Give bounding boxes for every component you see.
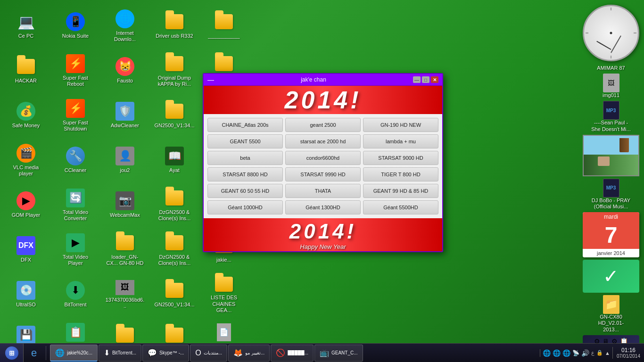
channel-btn-6[interactable]: beta	[207, 151, 283, 165]
sean-paul-label: ----Sean Paul - She Doesn't Mi...	[591, 120, 631, 132]
taskbar-item-geant[interactable]: 📺 GEANT_C...	[314, 345, 363, 362]
taskbar-item-bittorrent[interactable]: ⬇ BitTorrent...	[99, 345, 141, 362]
taskbar-icon-skype: 💬	[148, 348, 157, 357]
photo-widget	[583, 135, 639, 176]
icon-dzgn2500[interactable]: DzGN2500 & Clone(s) Ins...	[153, 184, 196, 226]
icon-driver-usb[interactable]: Driver usb R332	[153, 5, 196, 47]
icon-total-video-player[interactable]: ▶ Total Video Player	[54, 229, 97, 271]
icon-vlc-player[interactable]: 🎬 VLC media player	[5, 139, 47, 181]
icon-total-video-converter[interactable]: 🔄 Total Video Converter	[54, 184, 97, 226]
icon-gn2500-v1[interactable]: GN2500_V1:34...	[153, 94, 196, 137]
tray-icon-volume[interactable]: 🔊	[581, 349, 589, 357]
icon-safe-money[interactable]: 💰 Safe Money	[5, 94, 47, 137]
modal-banner-bottom: 2014! Happy New Year	[204, 218, 442, 251]
taskbar-label-skype: Skype™ -...	[159, 350, 184, 355]
channel-btn-1[interactable]: geant 2500	[285, 118, 361, 132]
tray-icon-network[interactable]: 📡	[572, 350, 579, 356]
taskbar-item-jakie[interactable]: 🌐 jakie%20c...	[50, 345, 98, 362]
tray-more[interactable]: ▲	[605, 350, 610, 356]
channel-btn-7[interactable]: condor6600hd	[285, 151, 361, 165]
icon-original-dump[interactable]: Original Dump kAPPA by Ri...	[153, 49, 196, 92]
icon-dzgn2500-2[interactable]: DzGN2500 & Clone(s) Ins...	[153, 229, 196, 271]
modal-channel-grid: CHAINE_Atlas 200s geant 2500 GN-190 HD N…	[204, 114, 442, 218]
channel-btn-15[interactable]: Géant 1000HD	[207, 200, 283, 214]
clock-tray[interactable]: 01:16 07/01/2014	[612, 347, 644, 359]
channel-btn-11[interactable]: TIGER T 800 HD	[363, 167, 438, 181]
icon-liste-chaines[interactable]: LISTE DES CHAINES GEA...	[203, 273, 245, 316]
tray-icon-3[interactable]: 🌐	[562, 349, 570, 357]
icon-super-fast-reboot[interactable]: ⚡ Super Fast Reboot	[54, 49, 97, 92]
ie-taskbar-icon[interactable]: e	[25, 344, 43, 362]
start-orb: ⊞	[5, 346, 18, 360]
channel-btn-10[interactable]: STARSAT 9990 HD	[285, 167, 361, 181]
icon-photo1[interactable]: 🖼 1374370036bd6...	[104, 273, 146, 316]
tray-icon-keyboard[interactable]: ع	[591, 350, 594, 356]
channel-btn-16[interactable]: Géant 1300HD	[285, 200, 361, 214]
icon-ccleaner[interactable]: 🔧 CCleaner	[54, 139, 97, 181]
icon-fausto[interactable]: 😸 Fausto	[104, 49, 146, 92]
minimize-button[interactable]: —	[413, 76, 421, 83]
icon-jou2[interactable]: 👤 jou2	[104, 139, 146, 181]
banner-subtitle: Happy New Year	[300, 243, 346, 250]
modal-title: jak'e chan	[301, 76, 326, 83]
channel-btn-8[interactable]: STARSAT 9000 HD	[363, 151, 438, 165]
channel-btn-12[interactable]: GEANT 60 50 55 HD	[207, 184, 283, 198]
icon-ayat[interactable]: 📖 Ayat	[153, 139, 196, 181]
icon-super-fast-shutdown[interactable]: ⚡ Super Fast Shutdown	[54, 94, 97, 137]
icon-folder-unnamed[interactable]: ___________	[203, 5, 245, 47]
taskbar-item-active-bar[interactable]: 🚫 █████...	[271, 345, 314, 362]
calendar-day-name: mardi	[583, 212, 639, 222]
icon-loader-gn[interactable]: loader_GN-CX... GN-80 HD	[104, 229, 146, 271]
channel-btn-14[interactable]: GEANT 99 HD & 85 HD	[363, 184, 438, 198]
gncx80-file[interactable]: 📁 GN-CX80 HD_V2.01-2013...	[583, 295, 639, 333]
icon-dfx[interactable]: DFX DFX	[5, 229, 47, 271]
taskbar-label-firefox: تغيير مو...	[245, 350, 264, 355]
channel-btn-9[interactable]: STARSAT 8800 HD	[207, 167, 283, 181]
system-tray: 🌐 🌐 🌐 📡 🔊 ع 🔒 ▲	[540, 349, 612, 357]
taskbar-item-opera[interactable]: O منتديات...	[190, 345, 227, 362]
channel-btn-13[interactable]: THATA	[285, 184, 361, 198]
taskbar-item-skype[interactable]: 💬 Skype™ -...	[142, 345, 189, 362]
taskbar: ⊞ e 🌐 jakie%20c... ⬇ BitTorrent... 💬 Sky…	[0, 343, 644, 362]
icon-gom-player[interactable]: ▶ GOM Player	[5, 184, 47, 226]
maximize-button[interactable]: □	[422, 76, 429, 83]
icon-adwcleaner[interactable]: 🛡️ AdwCleaner	[104, 94, 146, 137]
icon-ultraiso[interactable]: 💿 UltralSO	[5, 273, 47, 316]
taskbar-icon-opera: O	[195, 349, 201, 357]
icon-ce-pc[interactable]: 💻 Ce PC	[5, 5, 47, 47]
icon-bittorrent[interactable]: ⬇ BitTorrent	[54, 273, 97, 316]
taskbar-label-active: █████...	[288, 350, 308, 355]
close-button[interactable]: ✕	[431, 76, 438, 83]
sean-paul-mp3[interactable]: MP3 ----Sean Paul - She Doesn't Mi...	[583, 101, 639, 132]
channel-btn-4[interactable]: starsat ace 2000 hd	[285, 134, 361, 148]
channel-btn-17[interactable]: Géant 5500HD	[363, 200, 438, 214]
calendar-day-num: 7	[583, 222, 639, 249]
check-widget: ✓	[583, 260, 639, 293]
icon-gn2500-v134[interactable]: GN2500_V1:34...	[153, 273, 196, 316]
taskbar-separator	[46, 346, 46, 360]
dj-bobo-mp3[interactable]: MP3 DJ BoBo - PRAY (Official Musi...	[583, 179, 639, 210]
modal-titlebar: — jak'e chan — □ ✕	[204, 74, 442, 86]
channel-btn-3[interactable]: GEANT 5500	[207, 134, 283, 148]
channel-grid: CHAINE_Atlas 200s geant 2500 GN-190 HD N…	[207, 118, 438, 214]
tray-icon-2[interactable]: 🌐	[553, 349, 561, 357]
channel-btn-5[interactable]: lambda + mu	[363, 134, 438, 148]
dj-bobo-label: DJ BoBo - PRAY (Official Musi...	[591, 197, 631, 210]
taskbar-item-firefox[interactable]: 🦊 تغيير مو...	[228, 345, 270, 362]
clock-username-label: AMIMAR 87	[597, 65, 625, 71]
tray-icon-security[interactable]: 🔒	[596, 350, 603, 356]
taskbar-icon-firefox: 🦊	[233, 348, 243, 357]
icon-webcammax[interactable]: 📷 WebcamMax	[104, 184, 146, 226]
icon-nokia-suite[interactable]: 📱 Nokia Suite	[54, 5, 97, 47]
channel-btn-0[interactable]: CHAINE_Atlas 200s	[207, 118, 283, 132]
taskbar-label-jakie: jakie%20c...	[67, 350, 92, 355]
channel-btn-2[interactable]: GN-190 HD NEW	[363, 118, 438, 132]
tray-icon-1[interactable]: 🌐	[543, 349, 551, 357]
start-button[interactable]: ⊞	[0, 344, 24, 362]
icon-hackar[interactable]: HACKAR	[5, 49, 47, 92]
analog-clock	[583, 5, 639, 61]
modal-window: — jak'e chan — □ ✕ 2014! CHAINE_Atlas 20…	[203, 73, 443, 252]
modal-banner-top: 2014!	[204, 86, 442, 114]
img011-file[interactable]: 🖼 img011	[583, 74, 639, 99]
icon-internet-download[interactable]: 🌐 Internet Downlo...	[104, 5, 146, 47]
